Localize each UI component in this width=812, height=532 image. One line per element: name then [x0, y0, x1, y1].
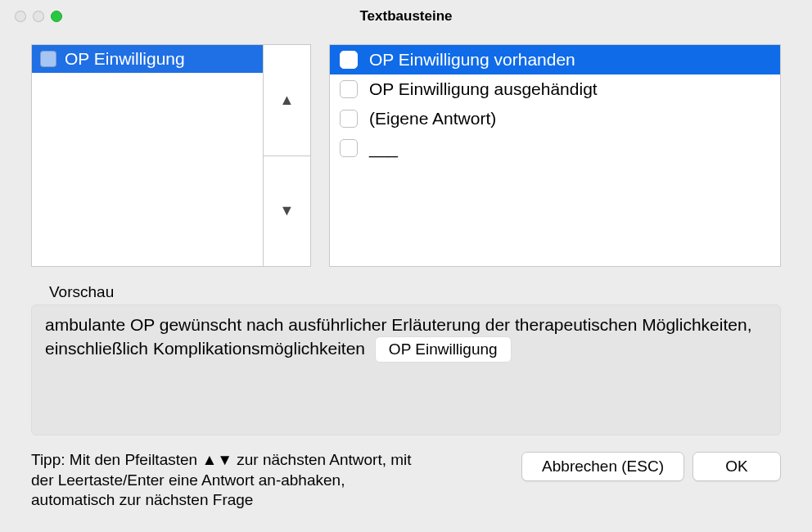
hint-text: Tipp: Mit den Pfeiltasten ▲▼ zur nächste… [31, 450, 424, 511]
preview-tag: OP Einwilligung [375, 336, 512, 363]
answer-list[interactable]: OP Einwilligung vorhanden OP Einwilligun… [329, 44, 781, 267]
titlebar: Textbausteine [0, 0, 812, 33]
answer-item[interactable]: OP Einwilligung vorhanden [330, 45, 780, 74]
answer-label: OP Einwilligung ausgehändigt [369, 79, 598, 99]
answer-item[interactable]: ___ [330, 133, 780, 163]
button-row: Abbrechen (ESC) OK [521, 450, 781, 481]
nav-buttons: ▲ ▼ [264, 44, 311, 267]
checkbox-icon[interactable] [340, 80, 358, 98]
nav-up-button[interactable]: ▲ [264, 45, 310, 156]
main-area: OP Einwilligung ▲ ▼ OP Einwilligung vorh… [0, 33, 812, 267]
close-window-button[interactable] [15, 11, 26, 22]
checkbox-icon[interactable] [40, 51, 56, 67]
traffic-lights [0, 11, 62, 22]
answer-item[interactable]: OP Einwilligung ausgehändigt [330, 74, 780, 104]
triangle-up-icon: ▲ [280, 92, 295, 109]
question-item[interactable]: OP Einwilligung [32, 45, 263, 73]
minimize-window-button[interactable] [33, 11, 44, 22]
answer-label: (Eigene Antwort) [369, 109, 496, 128]
triangle-down-icon: ▼ [280, 202, 295, 219]
question-label: OP Einwilligung [65, 49, 185, 69]
checkbox-icon[interactable] [340, 51, 358, 69]
bottom-row: Tipp: Mit den Pfeiltasten ▲▼ zur nächste… [0, 435, 812, 511]
nav-down-button[interactable]: ▼ [264, 156, 310, 267]
left-column: OP Einwilligung ▲ ▼ [31, 44, 311, 267]
checkbox-icon[interactable] [340, 139, 358, 157]
answer-label: OP Einwilligung vorhanden [369, 50, 575, 70]
preview-section: Vorschau ambulante OP gewünscht nach aus… [31, 283, 781, 435]
cancel-button[interactable]: Abbrechen (ESC) [521, 452, 684, 481]
answer-label: ___ [369, 138, 398, 158]
window-title: Textbausteine [0, 8, 812, 25]
ok-button[interactable]: OK [692, 452, 781, 481]
question-list[interactable]: OP Einwilligung [31, 44, 264, 267]
zoom-window-button[interactable] [51, 11, 62, 22]
preview-box: ambulante OP gewünscht nach ausführliche… [31, 304, 781, 435]
answer-item[interactable]: (Eigene Antwort) [330, 104, 780, 133]
checkbox-icon[interactable] [340, 110, 358, 128]
preview-label: Vorschau [49, 283, 781, 301]
